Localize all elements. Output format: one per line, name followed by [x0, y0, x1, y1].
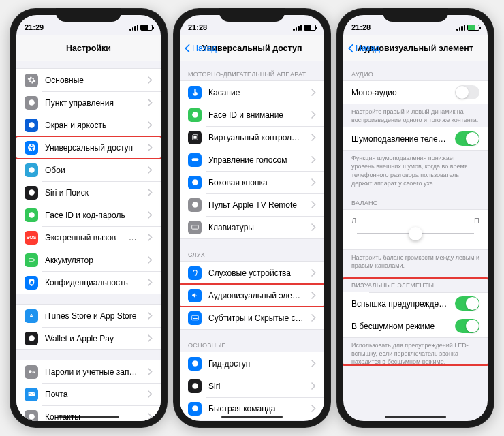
row-label: Wallet и Apple Pay [45, 334, 141, 343]
toggle[interactable] [455, 319, 479, 333]
chevron-right-icon [311, 314, 316, 322]
settings-row[interactable]: SOS Экстренный вызов — SOS [16, 226, 161, 249]
chevron-right-icon [311, 360, 316, 367]
settings-row[interactable]: Экран и яркость [16, 114, 161, 136]
chevron-right-icon [148, 166, 153, 174]
settings-row[interactable]: Аккумулятор [16, 249, 161, 271]
row-label: Siri [208, 382, 304, 391]
settings-row[interactable]: Почта [16, 383, 161, 405]
settings-row[interactable]: Боковая кнопка [180, 171, 324, 193]
row-label: Face ID и внимание [208, 110, 304, 120]
chevron-right-icon [148, 76, 153, 84]
chevron-right-icon [311, 111, 316, 119]
balance-slider[interactable]: ЛП [343, 214, 488, 245]
row-label: Универсальный доступ [45, 143, 141, 153]
status-time: 21:29 [25, 23, 44, 31]
row-label: Siri и Поиск [45, 188, 141, 198]
svg-point-25 [192, 360, 198, 367]
chevron-right-icon [311, 201, 316, 208]
settings-row[interactable]: Siri [180, 375, 324, 397]
chevron-right-icon [148, 256, 153, 264]
toggle[interactable] [455, 296, 479, 311]
signal-icon [456, 25, 465, 31]
settings-row[interactable]: Основные [16, 69, 161, 91]
shortcut-icon [188, 402, 202, 416]
settings-row[interactable]: Клавиатуры [180, 216, 324, 238]
svg-rect-20 [191, 225, 198, 229]
settings-row[interactable]: Wallet и Apple Pay [16, 327, 161, 349]
screen: 21:28 Назад Аудиовизуальный элемент АУДИ… [343, 15, 488, 421]
settings-row[interactable]: Пункт управления [16, 91, 161, 114]
settings-row[interactable]: Пароли и учетные записи [16, 360, 161, 383]
faceid-icon [188, 108, 202, 122]
section-header: ОСНОВНЫЕ [180, 332, 324, 352]
svg-rect-24 [195, 318, 198, 319]
svg-point-3 [31, 144, 32, 146]
chevron-right-icon [311, 269, 316, 277]
content[interactable]: МОТОРНО-ДВИГАТЕЛЬНЫЙ АППАРАТ Касание Fac… [180, 61, 324, 421]
home-indicator[interactable] [58, 416, 119, 418]
chevron-right-icon [148, 234, 153, 241]
toggle[interactable] [455, 131, 479, 146]
status-time: 21:28 [188, 23, 207, 31]
row-label: В бесшумном режиме [351, 322, 448, 331]
settings-row[interactable]: Субтитры и Скрытые субтитры [180, 307, 324, 329]
row-label: Аудиовизуальный элемент [208, 291, 304, 300]
slider-thumb[interactable] [409, 227, 422, 240]
faceid-icon [25, 208, 38, 222]
battery-icon [140, 25, 153, 31]
settings-row[interactable]: A iTunes Store и App Store [16, 305, 161, 327]
nav-bar: Настройки [16, 35, 161, 61]
battery-icon [304, 25, 316, 31]
settings-row[interactable]: Моно-аудио [343, 81, 488, 104]
settings-row[interactable]: Вспышка предупреждений [343, 292, 488, 315]
nav-title: Настройки [66, 44, 111, 53]
settings-row[interactable]: Управление голосом [180, 149, 324, 171]
chevron-right-icon [311, 178, 316, 186]
home-indicator[interactable] [221, 416, 283, 418]
content[interactable]: Основные Пункт управления Экран и яркост… [16, 61, 161, 421]
svg-rect-11 [28, 392, 35, 396]
ear-icon [188, 266, 202, 280]
settings-row[interactable]: В бесшумном режиме [343, 315, 488, 337]
siri-icon [188, 379, 202, 393]
settings-row[interactable]: Аудиовизуальный элемент [180, 284, 324, 307]
toggle[interactable] [455, 85, 479, 99]
settings-row[interactable]: Конфиденциальность [16, 271, 161, 294]
row-label: Моно-аудио [351, 88, 448, 97]
section-header: МОТОРНО-ДВИГАТЕЛЬНЫЙ АППАРАТ [180, 61, 324, 80]
settings-row[interactable]: Контакты [16, 405, 161, 421]
settings-row[interactable]: Обои [16, 159, 161, 181]
settings-row[interactable]: Касание [180, 81, 324, 104]
row-label: Конфиденциальность [45, 278, 141, 287]
privacy-icon [25, 276, 38, 290]
settings-row[interactable]: Face ID и код-пароль [16, 204, 161, 226]
settings-row[interactable]: Шумоподавление телефона [343, 127, 488, 150]
settings-row[interactable]: Face ID и внимание [180, 104, 324, 126]
svg-point-19 [192, 202, 198, 208]
settings-row[interactable]: Универсальный доступ [16, 136, 161, 159]
row-label: Аккумулятор [45, 255, 141, 265]
settings-row[interactable]: Пульт Apple TV Remote [180, 193, 324, 216]
settings-row[interactable]: Siri и Поиск [16, 181, 161, 204]
settings-row[interactable]: Виртуальный контроллер [180, 126, 324, 149]
row-label: Шумоподавление телефона [351, 134, 448, 144]
chevron-right-icon [148, 368, 153, 375]
content[interactable]: АУДИО Моно-аудио Настройте правый и левы… [343, 61, 488, 421]
chevron-right-icon [311, 382, 316, 390]
row-label: Виртуальный контроллер [208, 133, 304, 142]
settings-row[interactable]: Гид-доступ [180, 352, 324, 375]
chevron-right-icon [148, 334, 153, 342]
settings-row[interactable]: Слуховые устройства [180, 262, 324, 284]
back-button[interactable]: Назад [184, 44, 217, 53]
screen: 21:28 Назад Универсальный доступ МОТОРНО… [180, 15, 324, 421]
nav-bar: Назад Аудиовизуальный элемент [343, 35, 488, 61]
remote-icon [188, 198, 202, 212]
wallpaper-icon [25, 164, 38, 177]
row-label: Основные [45, 76, 141, 85]
back-button[interactable]: Назад [347, 44, 380, 53]
switch-control-icon [188, 131, 202, 144]
section-header: ВИЗУАЛЬНЫЕ ЭЛЕМЕНТЫ [343, 272, 488, 292]
row-label: Боковая кнопка [208, 178, 304, 187]
home-indicator[interactable] [385, 416, 446, 418]
